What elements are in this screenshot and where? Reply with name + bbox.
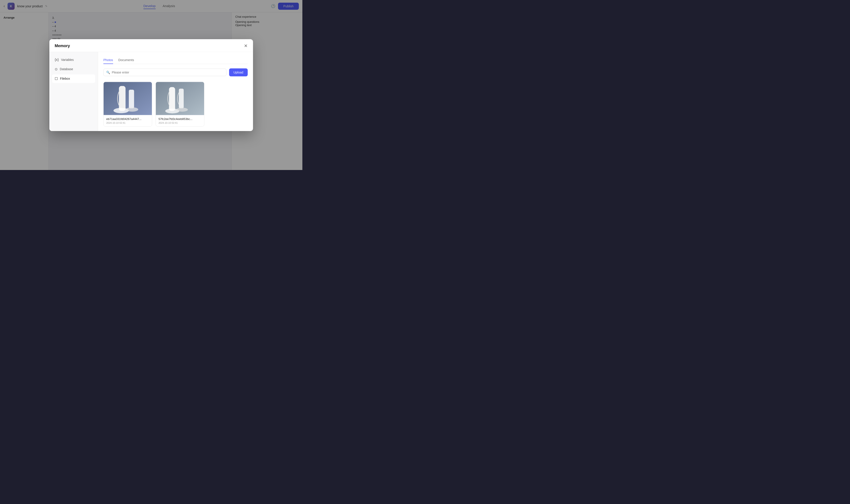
sidebar-item-variables[interactable]: {x} Variables xyxy=(52,56,95,64)
search-box: 🔍 xyxy=(103,69,227,76)
modal-tabs: Photos Documents xyxy=(103,56,248,64)
upload-button[interactable]: Upload xyxy=(229,68,248,76)
modal-overlay: Memory ✕ {x} Variables ⊙ Database ☐ xyxy=(0,0,302,170)
photo-card-1[interactable]: eb71aa331fd04267a4447... 2024-10-10 02:4… xyxy=(103,82,152,127)
filebox-icon: ☐ xyxy=(55,77,58,81)
svg-rect-8 xyxy=(169,87,175,111)
photo-date-2: 2024-10-10 02:41 xyxy=(159,122,201,124)
close-button[interactable]: ✕ xyxy=(244,43,248,48)
photo-thumbnail-2 xyxy=(156,82,204,115)
modal-main: Photos Documents 🔍 Upload xyxy=(98,52,253,131)
database-label: Database xyxy=(60,67,73,71)
filebox-label: Filebox xyxy=(60,77,70,80)
search-upload-row: 🔍 Upload xyxy=(103,68,248,76)
modal-header: Memory ✕ xyxy=(49,39,253,52)
svg-rect-9 xyxy=(179,89,184,108)
photo-name-2: 57fc2ee7fd3c4eeb853bc... xyxy=(159,117,201,121)
memory-modal: Memory ✕ {x} Variables ⊙ Database ☐ xyxy=(49,39,253,131)
search-input[interactable] xyxy=(112,71,223,74)
photo-date-1: 2024-10-10 02:41 xyxy=(106,122,149,124)
modal-body: {x} Variables ⊙ Database ☐ Filebox Ph xyxy=(49,52,253,131)
photo-info-1: eb71aa331fd04267a4447... 2024-10-10 02:4… xyxy=(104,115,152,126)
variables-icon: {x} xyxy=(55,58,59,62)
svg-rect-3 xyxy=(129,90,134,108)
svg-rect-2 xyxy=(119,86,125,111)
search-icon: 🔍 xyxy=(106,71,110,74)
tab-documents[interactable]: Documents xyxy=(119,56,134,64)
svg-point-5 xyxy=(126,107,138,111)
svg-point-11 xyxy=(177,108,188,111)
photo-info-2: 57fc2ee7fd3c4eeb853bc... 2024-10-10 02:4… xyxy=(156,115,204,126)
photo-name-1: eb71aa331fd04267a4447... xyxy=(106,117,149,121)
sidebar-item-database[interactable]: ⊙ Database xyxy=(52,65,95,73)
photo-grid: eb71aa331fd04267a4447... 2024-10-10 02:4… xyxy=(103,82,248,127)
photo-thumbnail-1 xyxy=(104,82,152,115)
modal-title: Memory xyxy=(55,43,70,48)
sidebar-item-filebox[interactable]: ☐ Filebox xyxy=(52,74,95,83)
database-icon: ⊙ xyxy=(55,67,57,71)
tab-photos[interactable]: Photos xyxy=(103,56,113,64)
modal-sidebar: {x} Variables ⊙ Database ☐ Filebox xyxy=(49,52,98,131)
photo-card-2[interactable]: 57fc2ee7fd3c4eeb853bc... 2024-10-10 02:4… xyxy=(156,82,204,127)
variables-label: Variables xyxy=(61,58,74,61)
